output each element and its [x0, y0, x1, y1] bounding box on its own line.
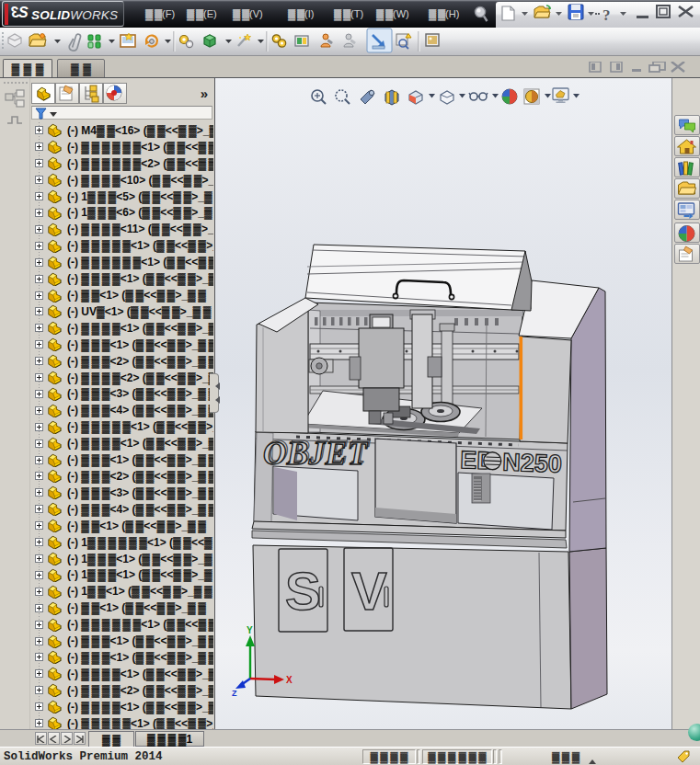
svg-text:?: ? [602, 6, 611, 24]
svg-text:Z: Z [232, 689, 237, 698]
svg-text:N250: N250 [502, 449, 563, 478]
svg-text:OBJET: OBJET [263, 436, 368, 472]
svg-text:Y: Y [247, 625, 253, 635]
svg-text:V: V [351, 561, 387, 621]
svg-text:S: S [285, 561, 321, 621]
svg-text:X: X [286, 675, 293, 685]
